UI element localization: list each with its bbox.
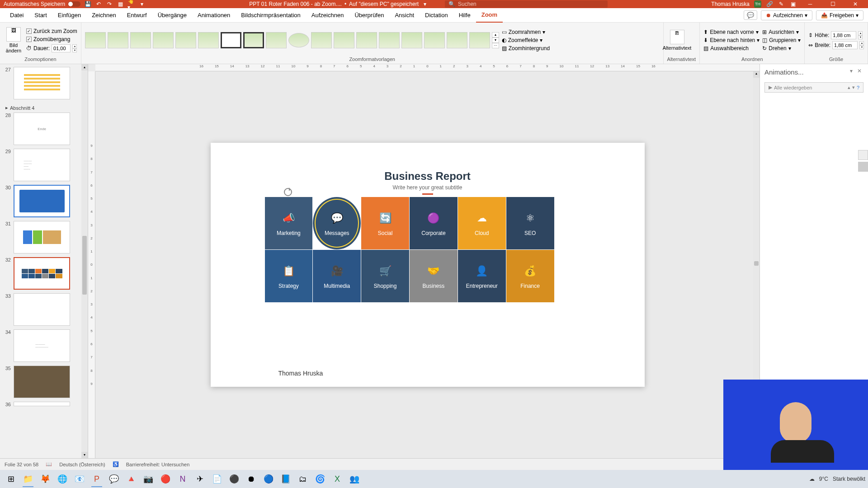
section-4-header[interactable]: ▸ Abschnitt 4 [3,103,80,113]
tile-corporate[interactable]: 🟣Corporate [410,197,458,249]
task-firefox[interactable]: 🦊 [37,471,53,487]
task-app3[interactable]: 🔴 [157,471,174,487]
task-telegram[interactable]: ✈ [192,471,208,487]
task-chrome[interactable]: 🌐 [54,471,71,487]
window-icon[interactable]: ▣ [789,0,797,8]
style-item-1[interactable] [85,32,106,48]
comments-icon[interactable]: 💬 [744,10,757,20]
close-button[interactable]: ✕ [846,0,864,8]
style-item-11[interactable] [311,32,332,48]
tab-uebergaenge[interactable]: Übergänge [152,8,192,23]
share-button[interactable]: 📤Freigeben▾ [816,10,863,20]
save-icon[interactable]: 💾 [84,0,91,8]
send-back-button[interactable]: ⬇ Ebene nach hinten ▾ [703,37,760,43]
task-app4[interactable]: 📄 [209,471,225,487]
task-outlook[interactable]: 📧 [71,471,88,487]
style-item-15[interactable] [401,32,422,48]
alttext-button[interactable]: 🖹 Alternativtext [667,30,687,51]
accessibility-status[interactable]: Barrierefreiheit: Untersuchen [126,462,190,467]
minimize-button[interactable]: ─ [801,0,819,8]
tile-cloud[interactable]: ☁Cloud [458,197,506,249]
spin-down[interactable]: ▾ [72,48,77,52]
spin-up[interactable]: ▴ [72,44,77,48]
slide-counter[interactable]: Folie 32 von 58 [5,462,38,467]
tile-strategy[interactable]: 📋Strategy [265,250,313,302]
tab-start[interactable]: Start [29,8,52,23]
slide-subtitle[interactable]: Write here your great subtitle [211,184,645,191]
gallery-more[interactable]: ▴▾⋯ [492,32,499,48]
style-item-3[interactable] [130,32,151,48]
tab-zeichnen[interactable]: Zeichnen [86,8,121,23]
slide-author[interactable]: Thomas Hruska [278,370,323,377]
maximize-button[interactable]: ☐ [824,0,842,8]
scroll-thumb[interactable] [82,236,87,295]
slide-title[interactable]: Business Report [211,170,645,183]
thumb-32[interactable]: 32 [3,257,80,290]
zoom-background-button[interactable]: ▨ Zoomhintergrund [502,45,550,52]
anim-pane-close[interactable]: ✕ [855,68,863,76]
tab-ansicht[interactable]: Ansicht [389,8,420,23]
task-obs[interactable]: ⚫ [226,471,242,487]
task-app6[interactable]: 🔵 [260,471,277,487]
link-icon[interactable]: 🔗 [766,0,773,8]
style-item-18[interactable] [469,32,490,48]
task-vlc[interactable]: 🔺 [123,471,139,487]
style-item-8[interactable] [243,32,264,48]
tab-bildschirmpraesentation[interactable]: Bildschirmpräsentation [236,8,306,23]
style-item-4[interactable] [153,32,174,48]
thumb-31[interactable]: 31 [3,221,80,253]
back-to-zoom-checkbox[interactable]: Zurück zum Zoom [26,28,77,34]
style-item-5[interactable] [175,32,196,48]
weather-icon[interactable]: ☁ [809,476,815,482]
tab-einfuegen[interactable]: Einfügen [52,8,86,23]
thumb-35[interactable]: 35 [3,366,80,398]
tile-business[interactable]: 🤝Business [410,250,458,302]
style-item-17[interactable] [447,32,467,48]
style-item-10-oval[interactable] [288,33,309,47]
tab-dictation[interactable]: Dictation [420,8,453,23]
language[interactable]: Deutsch (Österreich) [59,462,105,467]
style-item-6[interactable] [198,32,219,48]
start-button[interactable]: ⊞ [3,471,19,487]
task-powerpoint[interactable]: P [89,471,105,487]
side-tool-2[interactable] [858,162,868,172]
task-app8[interactable]: 🗂 [295,471,311,487]
play-all-button[interactable]: ▶ Alle wiedergeben ▴ ▾ ? [764,82,863,93]
style-item-14[interactable] [379,32,400,48]
tab-entwurf[interactable]: Entwurf [122,8,152,23]
record-button[interactable]: ⏺Aufzeichnen▾ [761,10,812,20]
zoom-transition-checkbox[interactable]: Zoomübergang [26,36,77,42]
thumb-29[interactable]: 29 ───────────────── [3,149,80,181]
style-item-9[interactable] [266,32,287,48]
group-button[interactable]: ◫ Gruppieren ▾ [762,37,801,43]
title-dropdown-icon[interactable]: ▾ [421,0,429,8]
height-input[interactable] [831,31,856,39]
tile-messages[interactable]: 💬Messages [313,197,361,249]
thumb-28[interactable]: 28 Ende [3,113,80,145]
style-item-12[interactable] [334,32,354,48]
pen-icon[interactable]: ✎ [778,0,785,8]
thumb-33[interactable]: 33 [3,293,80,326]
scroll-down-icon[interactable]: ▾ [81,452,88,458]
anim-pane-minimize[interactable]: ▾ [847,68,855,76]
align-button[interactable]: ⊞ Ausrichten ▾ [762,29,801,35]
redo-icon[interactable]: ↷ [106,0,113,8]
search-box[interactable]: 🔍 Suchen [445,0,608,8]
style-item-2[interactable] [108,32,128,48]
tab-aufzeichnen[interactable]: Aufzeichnen [306,8,349,23]
tab-animationen[interactable]: Animationen [192,8,236,23]
task-app7[interactable]: 📘 [278,471,294,487]
user-avatar[interactable]: TH [754,0,761,8]
spellcheck-icon[interactable]: 📖 [46,461,52,467]
duration-input[interactable] [52,44,71,52]
thumb-36[interactable]: 36 [3,402,80,407]
tile-marketing[interactable]: 📣Marketing [265,197,313,249]
tab-hilfe[interactable]: Hilfe [453,8,476,23]
width-input[interactable] [832,41,858,49]
style-item-13[interactable] [356,32,377,48]
tile-multimedia[interactable]: 🎥Multimedia [313,250,361,302]
undo-icon[interactable]: ↶ [95,0,102,8]
task-app1[interactable]: 💬 [106,471,122,487]
tab-zoom[interactable]: Zoom [476,8,503,23]
help-icon[interactable]: ? [857,85,859,90]
